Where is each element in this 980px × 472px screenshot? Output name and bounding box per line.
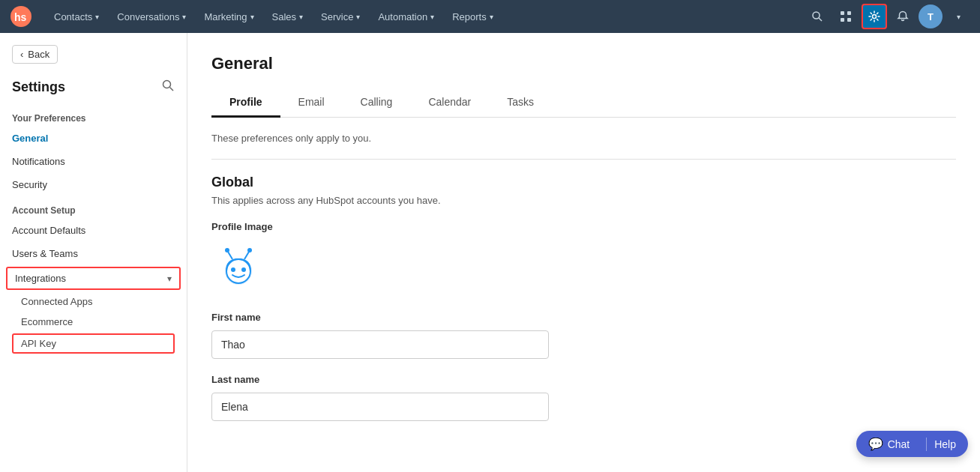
chat-divider <box>926 438 927 451</box>
sidebar-item-account-defaults[interactable]: Account Defaults <box>0 219 187 242</box>
chevron-down-icon: ▾ <box>95 13 99 21</box>
search-button[interactable] <box>805 4 830 29</box>
back-arrow-icon: ‹ <box>20 49 23 60</box>
user-avatar[interactable]: T <box>919 4 943 28</box>
notifications-button[interactable] <box>890 4 916 29</box>
top-navigation: hs Contacts ▾ Conversations ▾ Marketing … <box>0 0 980 33</box>
main-content: General Profile Email Calling Calendar T… <box>187 33 980 472</box>
svg-point-18 <box>247 248 252 252</box>
back-button[interactable]: ‹ Back <box>0 33 187 73</box>
chevron-down-icon: ▾ <box>490 13 493 21</box>
last-name-input[interactable] <box>211 393 549 421</box>
svg-rect-6 <box>841 18 844 22</box>
svg-point-13 <box>231 267 235 272</box>
sidebar-item-connected-apps[interactable]: Connected Apps <box>0 291 187 312</box>
chevron-down-icon: ▾ <box>250 13 254 21</box>
help-label: Help <box>934 438 956 450</box>
tab-tasks[interactable]: Tasks <box>489 88 552 118</box>
svg-point-14 <box>241 267 246 272</box>
sidebar-item-users-teams[interactable]: Users & Teams <box>0 242 187 265</box>
hubspot-logo[interactable]: hs <box>9 4 33 28</box>
chevron-down-icon: ▾ <box>299 13 303 21</box>
chevron-down-icon: ▾ <box>356 13 360 21</box>
chat-icon: 💬 <box>868 437 883 451</box>
sidebar-search-icon[interactable] <box>161 79 175 95</box>
preferences-note: These preferences only apply to you. <box>211 133 956 144</box>
chat-widget[interactable]: 💬 Chat Help <box>856 431 968 457</box>
nav-marketing[interactable]: Marketing ▾ <box>195 0 262 33</box>
page-title: General <box>211 54 956 73</box>
account-chevron[interactable]: ▾ <box>946 4 971 29</box>
sidebar-header: Settings <box>0 73 187 104</box>
sidebar-title: Settings <box>12 79 65 95</box>
nav-conversations[interactable]: Conversations ▾ <box>108 0 195 33</box>
last-name-group: Last name <box>211 374 956 421</box>
global-section-description: This applies across any HubSpot accounts… <box>211 195 956 206</box>
settings-tabs: Profile Email Calling Calendar Tasks <box>211 88 956 118</box>
sidebar-section-account-setup: Account Setup <box>0 196 187 219</box>
nav-items: Contacts ▾ Conversations ▾ Marketing ▾ S… <box>45 0 805 33</box>
svg-text:hs: hs <box>14 11 27 23</box>
settings-button[interactable] <box>862 4 887 29</box>
sidebar-item-general[interactable]: General <box>0 127 187 150</box>
sidebar-item-notifications[interactable]: Notifications <box>0 150 187 173</box>
nav-service[interactable]: Service ▾ <box>312 0 369 33</box>
nav-sales[interactable]: Sales ▾ <box>263 0 313 33</box>
svg-rect-5 <box>847 11 851 15</box>
chevron-down-icon: ▾ <box>182 13 186 21</box>
first-name-label: First name <box>211 312 956 323</box>
svg-point-16 <box>225 248 229 252</box>
nav-contacts[interactable]: Contacts ▾ <box>45 0 108 33</box>
profile-avatar[interactable] <box>211 240 265 294</box>
sidebar-item-security[interactable]: Security <box>0 173 187 196</box>
marketplace-button[interactable] <box>833 4 859 29</box>
svg-rect-4 <box>841 11 844 15</box>
settings-sidebar: ‹ Back Settings Your Preferences General… <box>0 33 187 472</box>
tab-email[interactable]: Email <box>280 88 343 118</box>
svg-line-3 <box>819 18 822 21</box>
nav-automation[interactable]: Automation ▾ <box>369 0 443 33</box>
tab-calendar[interactable]: Calendar <box>410 88 489 118</box>
sidebar-section-your-preferences: Your Preferences <box>0 104 187 127</box>
tab-profile[interactable]: Profile <box>211 88 280 118</box>
first-name-group: First name <box>211 312 956 359</box>
svg-point-9 <box>163 81 171 88</box>
svg-line-10 <box>170 88 174 91</box>
svg-line-17 <box>244 252 249 259</box>
svg-rect-7 <box>847 18 851 22</box>
chevron-down-icon: ▾ <box>430 13 434 21</box>
profile-image-label: Profile Image <box>211 221 956 232</box>
chevron-down-icon: ▾ <box>167 273 172 284</box>
tab-calling[interactable]: Calling <box>343 88 411 118</box>
svg-point-12 <box>226 259 250 283</box>
nav-reports[interactable]: Reports ▾ <box>443 0 502 33</box>
last-name-label: Last name <box>211 374 956 385</box>
nav-right-icons: T ▾ <box>805 4 971 29</box>
divider <box>211 159 956 160</box>
first-name-input[interactable] <box>211 330 549 359</box>
sidebar-item-api-key[interactable]: API Key <box>12 333 175 354</box>
svg-point-2 <box>813 12 820 19</box>
svg-line-15 <box>228 252 232 259</box>
page-layout: ‹ Back Settings Your Preferences General… <box>0 33 980 472</box>
global-section-title: Global <box>211 175 956 190</box>
chat-label: Chat <box>888 438 910 450</box>
sidebar-item-ecommerce[interactable]: Ecommerce <box>0 312 187 332</box>
profile-image-group: Profile Image <box>211 221 956 294</box>
sidebar-item-integrations[interactable]: Integrations ▾ <box>6 267 181 290</box>
svg-point-8 <box>873 15 877 19</box>
